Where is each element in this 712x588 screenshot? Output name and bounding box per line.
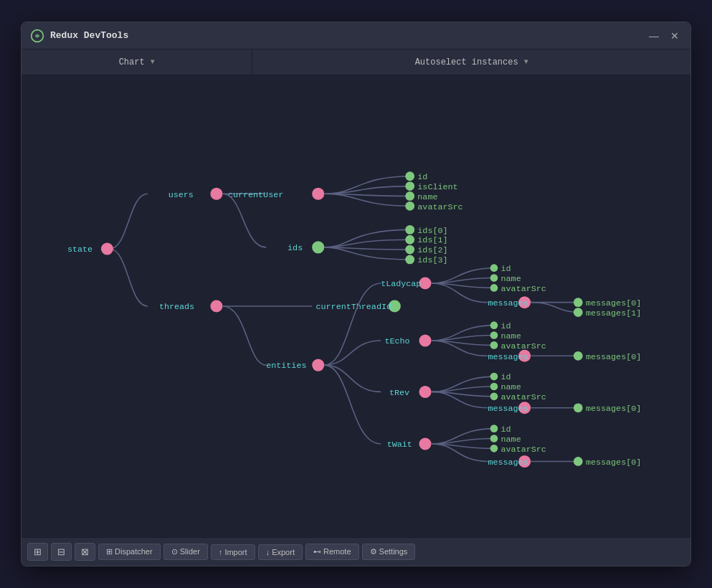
- svg-text:name: name: [417, 192, 437, 202]
- trev-node[interactable]: [419, 386, 431, 398]
- close-button[interactable]: ✕: [668, 30, 682, 42]
- svg-point-49[interactable]: [574, 457, 583, 466]
- svg-text:avatarSrc: avatarSrc: [501, 445, 546, 455]
- slider-button[interactable]: ⊙ Slider: [163, 544, 208, 560]
- svg-point-31[interactable]: [490, 341, 498, 349]
- export-button[interactable]: ↓ Export: [258, 544, 303, 560]
- chart-area: .lbl { font-family: 'Courier New', monos…: [22, 75, 690, 537]
- svg-text:name: name: [501, 382, 521, 392]
- chart-chevron-icon: ▼: [151, 58, 155, 66]
- svg-text:avatarSrc: avatarSrc: [501, 341, 546, 351]
- svg-text:ids[1]: ids[1]: [417, 235, 447, 245]
- svg-text:messages[0]: messages[0]: [586, 457, 641, 468]
- layout-btn-2[interactable]: ⊟: [51, 543, 72, 561]
- settings-icon: ⚙: [370, 547, 379, 556]
- svg-point-11[interactable]: [405, 235, 414, 245]
- slider-icon: ⊙: [171, 547, 180, 556]
- ids-node[interactable]: [312, 241, 324, 253]
- window-controls: — ✕: [646, 30, 682, 42]
- entities-label: entities: [266, 361, 306, 371]
- threads-label: threads: [159, 302, 194, 312]
- svg-text:avatarSrc: avatarSrc: [417, 202, 462, 212]
- twait-node[interactable]: [419, 437, 431, 450]
- import-button[interactable]: ↑ Import: [211, 544, 255, 560]
- svg-point-27[interactable]: [490, 321, 498, 329]
- svg-text:isClient: isClient: [417, 182, 457, 192]
- svg-text:id: id: [417, 172, 427, 182]
- currentuser-node[interactable]: [312, 188, 324, 200]
- title-bar: Redux DevTools — ✕: [22, 22, 690, 49]
- svg-point-5[interactable]: [405, 191, 414, 201]
- twait-messages-label: messages: [488, 457, 528, 468]
- layout-btn-3[interactable]: ⊠: [75, 543, 95, 561]
- techo-node[interactable]: [419, 334, 431, 346]
- svg-point-17[interactable]: [490, 264, 498, 272]
- remote-button[interactable]: ⊷ Remote: [305, 544, 359, 560]
- svg-point-47[interactable]: [490, 445, 498, 452]
- svg-point-23[interactable]: [574, 298, 583, 307]
- svg-point-15[interactable]: [405, 255, 414, 265]
- svg-point-35[interactable]: [490, 373, 498, 381]
- redux-devtools-window: Redux DevTools — ✕ Chart ▼ Autoselect in…: [21, 22, 691, 566]
- ids-label: ids: [288, 243, 303, 253]
- svg-point-39[interactable]: [490, 392, 498, 400]
- svg-text:messages[0]: messages[0]: [586, 298, 641, 308]
- svg-point-3[interactable]: [405, 181, 414, 191]
- currentuser-label: currentUser: [228, 190, 283, 200]
- state-node[interactable]: [101, 242, 113, 255]
- export-icon: ↓: [266, 548, 272, 556]
- svg-point-19[interactable]: [490, 274, 498, 282]
- trev-messages-label: messages: [488, 404, 528, 414]
- svg-point-21[interactable]: [490, 284, 498, 292]
- trev-label: tRev: [389, 388, 409, 398]
- svg-text:name: name: [501, 435, 521, 445]
- users-label: users: [168, 190, 194, 200]
- tladycap-messages-label: messages: [488, 298, 528, 308]
- svg-text:id: id: [501, 372, 511, 382]
- svg-text:id: id: [501, 264, 511, 274]
- svg-point-43[interactable]: [490, 425, 498, 432]
- chart-dropdown[interactable]: Chart ▼: [22, 49, 252, 75]
- svg-text:name: name: [501, 274, 521, 284]
- svg-text:messages[1]: messages[1]: [586, 308, 641, 318]
- svg-text:ids[2]: ids[2]: [417, 245, 447, 255]
- state-label: state: [67, 245, 92, 255]
- svg-text:ids[0]: ids[0]: [417, 226, 447, 236]
- bottom-toolbar: ⊞ ⊟ ⊠ ⊞ Dispatcher ⊙ Slider ↑ Import ↓ E…: [22, 537, 690, 566]
- layout-btn-1[interactable]: ⊞: [27, 543, 48, 561]
- svg-text:avatarSrc: avatarSrc: [501, 392, 546, 402]
- svg-text:ids[3]: ids[3]: [417, 255, 447, 265]
- svg-text:avatarSrc: avatarSrc: [501, 284, 546, 294]
- tladycap-label: tLadycap: [381, 279, 421, 289]
- chart-label: Chart: [119, 57, 145, 67]
- svg-text:name: name: [501, 331, 521, 341]
- svg-point-41[interactable]: [574, 403, 583, 412]
- techo-label: tEcho: [384, 336, 409, 346]
- svg-point-1[interactable]: [405, 171, 414, 181]
- svg-text:messages[0]: messages[0]: [586, 352, 641, 362]
- svg-point-25[interactable]: [574, 308, 583, 317]
- redux-icon: [30, 29, 44, 43]
- dispatcher-button[interactable]: ⊞ Dispatcher: [98, 544, 161, 560]
- autoselect-dropdown[interactable]: Autoselect instances ▼: [252, 49, 690, 75]
- twait-label: tWait: [387, 440, 412, 450]
- autoselect-label: Autoselect instances: [415, 57, 518, 67]
- techo-messages-label: messages: [488, 352, 528, 362]
- svg-point-9[interactable]: [405, 225, 414, 234]
- toolbar: Chart ▼ Autoselect instances ▼: [22, 49, 690, 75]
- minimize-button[interactable]: —: [646, 30, 662, 42]
- svg-point-29[interactable]: [490, 331, 498, 339]
- entities-node[interactable]: [312, 359, 324, 371]
- svg-point-37[interactable]: [490, 383, 498, 391]
- settings-button[interactable]: ⚙ Settings: [362, 544, 416, 560]
- svg-point-45[interactable]: [490, 435, 498, 442]
- svg-point-7[interactable]: [405, 201, 414, 211]
- users-node[interactable]: [210, 188, 222, 200]
- autoselect-chevron-icon: ▼: [524, 58, 528, 66]
- window-title: Redux DevTools: [50, 30, 646, 41]
- svg-point-13[interactable]: [405, 245, 414, 255]
- currentthreadid-label: currentThreadId: [316, 302, 392, 312]
- svg-point-33[interactable]: [574, 351, 583, 361]
- threads-node[interactable]: [210, 300, 222, 312]
- svg-text:id: id: [501, 425, 511, 435]
